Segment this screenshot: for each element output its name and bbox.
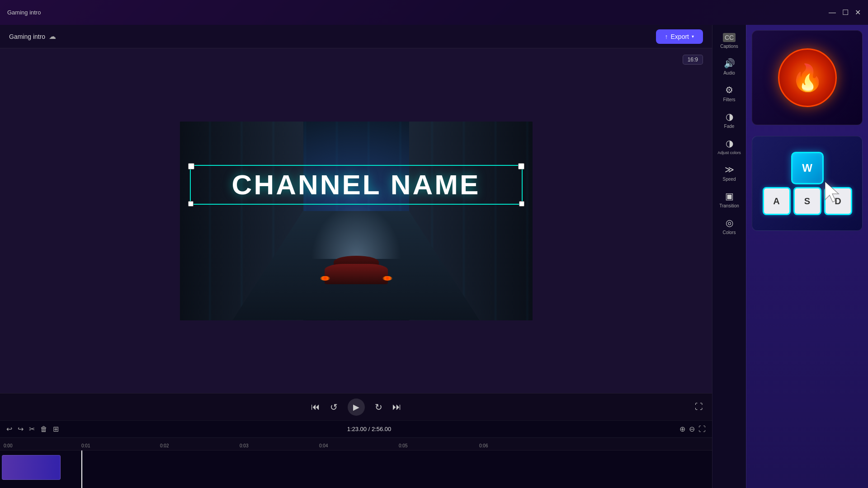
header-bar: Gaming intro ☁ ↑ Export ▾ — [0, 25, 712, 48]
text-overlay-wrapper[interactable]: CHANNEL NAME — [190, 165, 523, 205]
a-key: A — [763, 187, 791, 215]
playback-controls: ⏮ ↺ ▶ ↻ ⏭ ⛶ — [0, 393, 712, 420]
ruler-label-4: 0:04 — [319, 443, 328, 448]
colors-label: Colors — [723, 230, 736, 235]
audio-label: Audio — [723, 70, 735, 75]
ruler-label-2: 0:02 — [160, 443, 169, 448]
transitions-label: Transition — [719, 203, 739, 208]
car — [320, 248, 392, 284]
export-chevron-icon: ▾ — [692, 34, 694, 39]
ruler-label-0: 0:00 — [4, 443, 12, 448]
timeline-playhead[interactable] — [81, 450, 82, 488]
title-bar: Gaming intro — ☐ ✕ — [0, 0, 868, 25]
selection-handle-bl — [188, 201, 193, 206]
right-sidebar: CC Captions 🔊 Audio ⚙ Filters ◑ Fade ◑ A… — [712, 25, 746, 488]
svg-marker-0 — [825, 182, 839, 202]
zoom-in-button[interactable]: ⊕ — [679, 425, 685, 433]
s-key: S — [793, 187, 821, 215]
transitions-icon: ▣ — [725, 191, 734, 202]
rewind-button[interactable]: ↺ — [330, 402, 338, 413]
sidebar-item-transitions[interactable]: ▣ Transition — [715, 187, 744, 212]
filters-label: Filters — [723, 97, 735, 102]
cut-button[interactable]: ✂ — [29, 425, 35, 433]
ruler-label-6: 0:06 — [479, 443, 488, 448]
adjust-colors-icon: ◑ — [726, 138, 733, 149]
adjust-colors-label: Adjust colors — [717, 150, 741, 155]
fit-timeline-button[interactable]: ⛶ — [698, 425, 706, 433]
car-taillight-left — [320, 276, 330, 281]
sidebar-item-fade[interactable]: ◑ Fade — [715, 108, 744, 132]
cursor-arrow — [823, 179, 843, 206]
sidebar-item-speed[interactable]: ≫ Speed — [715, 160, 744, 185]
fire-logo-icon: 🔥 — [791, 62, 824, 93]
text-selection-box[interactable]: CHANNEL NAME — [190, 165, 523, 205]
add-clip-button[interactable]: ⊞ — [53, 425, 59, 433]
minimize-button[interactable]: — — [829, 9, 836, 17]
window-controls: — ☐ ✕ — [829, 8, 861, 17]
timeline-area: ↩ ↪ ✂ 🗑 ⊞ 1:23.00 / 2:56.00 ⊕ ⊖ ⛶ 0:00 0… — [0, 420, 712, 488]
keyboard-wasd-graphic: W A S D — [763, 152, 852, 215]
maximize-button[interactable]: ☐ — [842, 8, 849, 17]
window-title: Gaming intro — [7, 9, 829, 16]
delete-button[interactable]: 🗑 — [40, 425, 47, 433]
cloud-save-icon: ☁ — [49, 32, 56, 41]
captions-icon: CC — [723, 33, 736, 42]
timeline-tracks — [0, 450, 712, 488]
video-frame: CHANNEL NAME — [180, 122, 533, 320]
project-name-label: Gaming intro — [9, 33, 45, 40]
sidebar-item-colors[interactable]: ◎ Colors — [715, 214, 744, 239]
ruler-label-3: 0:03 — [240, 443, 248, 448]
keyboard-card[interactable]: W A S D — [752, 136, 863, 231]
sidebar-item-filters[interactable]: ⚙ Filters — [715, 81, 744, 106]
speed-label: Speed — [723, 177, 736, 182]
sidebar-item-captions[interactable]: CC Captions — [715, 29, 744, 52]
timeline-clip[interactable] — [2, 455, 61, 480]
speed-icon: ≫ — [725, 164, 734, 175]
zoom-out-button[interactable]: ⊖ — [689, 425, 695, 433]
captions-label: Captions — [720, 44, 738, 49]
colors-icon: ◎ — [726, 217, 733, 228]
fullscreen-button[interactable]: ⛶ — [695, 402, 703, 412]
close-button[interactable]: ✕ — [855, 8, 861, 17]
export-icon: ↑ — [665, 33, 668, 40]
redo-button[interactable]: ↪ — [18, 425, 24, 433]
skip-forward-button[interactable]: ⏭ — [392, 402, 401, 412]
car-taillight-right — [382, 276, 392, 281]
editor-container: Gaming intro ☁ ↑ Export ▾ 16:9 — [0, 25, 868, 488]
export-label: Export — [671, 33, 689, 40]
fire-logo-card[interactable]: 🔥 — [752, 30, 863, 125]
skip-back-button[interactable]: ⏮ — [311, 402, 320, 412]
filters-icon: ⚙ — [725, 84, 733, 95]
main-panel: Gaming intro ☁ ↑ Export ▾ 16:9 — [0, 25, 712, 488]
fade-icon: ◑ — [726, 111, 733, 122]
ruler-label-1: 0:01 — [81, 443, 90, 448]
sidebar-item-audio[interactable]: 🔊 Audio — [715, 54, 744, 79]
fire-logo: 🔥 — [778, 48, 837, 107]
forward-button[interactable]: ↻ — [375, 402, 382, 413]
export-button[interactable]: ↑ Export ▾ — [656, 29, 703, 44]
assets-panel: 🔥 W A S D — [746, 25, 868, 488]
w-key: W — [791, 152, 824, 184]
aspect-ratio-badge: 16:9 — [683, 55, 703, 65]
timeline-ruler: 0:00 0:01 0:02 0:03 0:04 0:05 0:06 — [0, 438, 712, 450]
car-body — [325, 264, 388, 284]
timeline-toolbar: ↩ ↪ ✂ 🗑 ⊞ 1:23.00 / 2:56.00 ⊕ ⊖ ⛶ — [0, 421, 712, 438]
channel-name-text[interactable]: CHANNEL NAME — [198, 169, 514, 200]
selection-handle-br — [519, 201, 524, 206]
project-name: Gaming intro ☁ — [9, 32, 56, 41]
sidebar-item-adjust-colors[interactable]: ◑ Adjust colors — [715, 134, 744, 159]
zoom-controls: ⊕ ⊖ ⛶ — [679, 425, 706, 433]
audio-icon: 🔊 — [724, 58, 735, 69]
time-display: 1:23.00 / 2:56.00 — [64, 426, 674, 432]
fade-label: Fade — [724, 124, 735, 129]
ruler-label-5: 0:05 — [399, 443, 407, 448]
undo-button[interactable]: ↩ — [6, 425, 12, 433]
preview-area: 16:9 — [0, 48, 712, 393]
play-button[interactable]: ▶ — [348, 399, 365, 416]
